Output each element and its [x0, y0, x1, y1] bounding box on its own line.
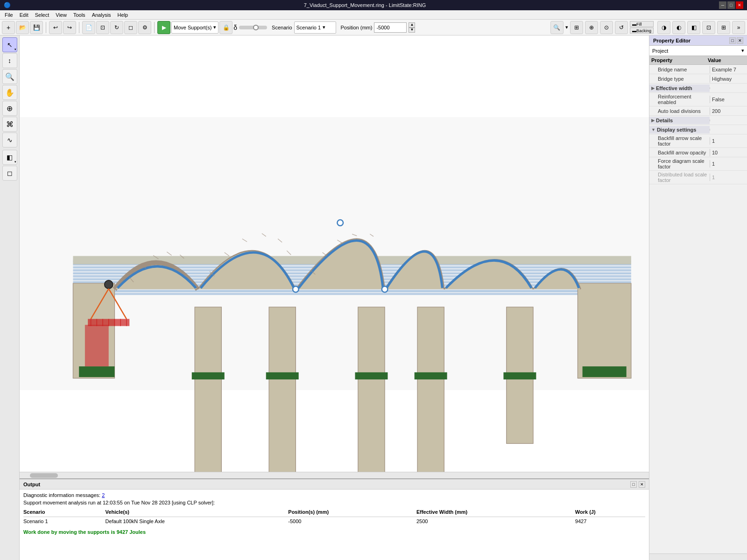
- grid-button[interactable]: ⊕: [585, 21, 598, 34]
- svg-rect-17: [85, 325, 109, 366]
- move-supports-dropdown[interactable]: Move Support(s) ▾: [171, 21, 218, 34]
- scenario-dropdown-icon: ▾: [323, 24, 325, 30]
- svg-rect-23: [355, 372, 388, 379]
- movement-slider[interactable]: [239, 26, 267, 29]
- prop-row-details-group[interactable]: ▶ Details: [649, 116, 747, 125]
- expand-button[interactable]: »: [732, 21, 745, 34]
- output-collapse-button[interactable]: □: [630, 481, 637, 488]
- project-dropdown[interactable]: Project ▾: [649, 46, 747, 56]
- settings-icon: ⚙: [142, 24, 148, 31]
- zoom-tool[interactable]: 🔍: [2, 69, 17, 84]
- render5-button[interactable]: ⊞: [717, 21, 730, 34]
- open-icon: 📂: [19, 24, 26, 31]
- run-icon: ▶: [162, 24, 166, 31]
- position-section: Position (mm) ▲ ▼: [341, 22, 416, 33]
- render2-button[interactable]: ◐: [672, 21, 685, 34]
- snap-button[interactable]: ⊞: [570, 21, 583, 34]
- copy-button[interactable]: 📄: [82, 21, 95, 34]
- prop-name-force-scale: Force diagram scale factor: [649, 157, 710, 170]
- cube-tool[interactable]: ◻: [2, 166, 17, 181]
- rotate-icon: ↻: [114, 24, 119, 31]
- prop-editor-close-button[interactable]: ✕: [737, 37, 743, 44]
- dropdown-arrow-icon: ▾: [213, 24, 216, 30]
- position-input[interactable]: [374, 22, 407, 33]
- new-button[interactable]: +: [2, 21, 15, 34]
- right-panel: Property Editor □ ✕ Project ▾ Property V…: [649, 35, 747, 560]
- fill-button[interactable]: ▬ Fill: [630, 21, 654, 27]
- lock-button[interactable]: 🔒: [219, 21, 233, 34]
- scenario-section: Scenario Scenario 1 ▾: [272, 21, 336, 34]
- redo-button[interactable]: ↪: [63, 21, 76, 34]
- view3d-button[interactable]: ◻: [124, 21, 137, 34]
- menu-help[interactable]: Help: [115, 11, 131, 19]
- undo-button[interactable]: ↩: [49, 21, 62, 34]
- position-up-button[interactable]: ▲: [409, 22, 415, 28]
- save-button[interactable]: 💾: [30, 21, 43, 34]
- prop-name-eff-width-group: ▶ Effective width: [649, 84, 710, 92]
- h-scroll-thumb[interactable]: [30, 473, 58, 478]
- minimize-button[interactable]: ─: [719, 1, 726, 9]
- spiral-tool[interactable]: ⌘: [2, 117, 17, 132]
- settings-button[interactable]: ⚙: [138, 21, 151, 34]
- prop-row-dist-load-scale: Distributed load scale factor 1: [649, 171, 747, 184]
- menu-view[interactable]: View: [53, 11, 70, 19]
- close-button[interactable]: ✕: [736, 1, 743, 9]
- cell-vehicles: Default 100kN Single Axle: [106, 517, 289, 526]
- prop-name-backfill-opacity: Backfill arrow opacity: [649, 149, 710, 156]
- menu-edit[interactable]: Edit: [17, 11, 31, 19]
- fill-label: Fill: [636, 22, 642, 27]
- scenario-dropdown[interactable]: Scenario 1 ▾: [294, 21, 336, 34]
- redo-icon: ↪: [67, 24, 72, 31]
- prop-editor-collapse-button[interactable]: □: [729, 37, 736, 44]
- wave-tool[interactable]: ∿: [2, 133, 17, 147]
- menu-tools[interactable]: Tools: [70, 11, 88, 19]
- col-work: Work (J): [575, 508, 645, 517]
- main-layout: ↖ ▾ ↕ 🔍 ✋ ⊕ ⌘ ∿ ◧ ▾ ◻: [0, 35, 747, 560]
- wave-icon: ∿: [7, 136, 13, 144]
- backing-icon: ▬: [632, 28, 636, 33]
- viewport[interactable]: [20, 35, 649, 472]
- prop-row-force-scale: Force diagram scale factor 1: [649, 157, 747, 171]
- prop-row-eff-width-group[interactable]: ▶ Effective width: [649, 84, 747, 93]
- maximize-button[interactable]: □: [727, 1, 735, 9]
- prop-name-bridge-name: Bridge name: [649, 66, 710, 73]
- measure-button[interactable]: ⊙: [600, 21, 613, 34]
- output-table: Scenario Vehicle(s) Position(s) (mm) Eff…: [23, 508, 645, 525]
- output-close-button[interactable]: ✕: [639, 481, 645, 488]
- arrow-icon: ↕: [8, 57, 11, 64]
- h-scrollbar[interactable]: [20, 472, 649, 478]
- prop-row-display-group[interactable]: ▼ Display settings: [649, 125, 747, 134]
- open-button[interactable]: 📂: [16, 21, 29, 34]
- prop-name-dist-load-scale: Distributed load scale factor: [649, 171, 710, 184]
- prop-value-dist-load-scale: 1: [710, 174, 747, 181]
- pan-tool[interactable]: ✋: [2, 85, 17, 100]
- zoom-toggle-button[interactable]: 🔍: [550, 21, 564, 34]
- refresh-button[interactable]: ↺: [615, 21, 628, 34]
- run-button[interactable]: ▶: [157, 21, 170, 34]
- undo-icon: ↩: [53, 24, 58, 31]
- position-down-button[interactable]: ▼: [409, 28, 415, 33]
- rotate-button[interactable]: ↻: [110, 21, 123, 34]
- svg-rect-21: [266, 372, 299, 379]
- zoom-fit-button[interactable]: ⊡: [96, 21, 109, 34]
- select-pointer-tool[interactable]: ↖ ▾: [2, 37, 17, 52]
- render1-button[interactable]: ◑: [657, 21, 670, 34]
- menu-analysis[interactable]: Analysis: [89, 11, 114, 19]
- backing-button[interactable]: ▬ Backing: [630, 28, 654, 34]
- select-arrow-tool[interactable]: ↕: [2, 53, 17, 68]
- render4-button[interactable]: ⊡: [702, 21, 715, 34]
- svg-rect-18: [195, 307, 221, 472]
- prop-name-backfill-scale: Backfill arrow scale factor: [649, 134, 710, 147]
- right-scrollbar-bottom[interactable]: [649, 553, 747, 560]
- render5-icon: ⊞: [721, 24, 726, 31]
- toolbar: + 📂 💾 ↩ ↪ 📄 ⊡ ↻ ◻ ⚙ ▶ Move Support(s) ▾ …: [0, 20, 747, 35]
- pointer-icon: ↖: [7, 41, 13, 49]
- svg-rect-28: [578, 283, 631, 378]
- render3-button[interactable]: ◧: [687, 21, 700, 34]
- layer-tool[interactable]: ◧ ▾: [2, 150, 17, 165]
- menu-file[interactable]: File: [2, 11, 16, 19]
- output-header-controls: □ ✕: [630, 481, 645, 488]
- diagnostic-link[interactable]: 2: [102, 492, 105, 498]
- menu-select[interactable]: Select: [32, 11, 52, 19]
- circle-tool[interactable]: ⊕: [2, 101, 17, 116]
